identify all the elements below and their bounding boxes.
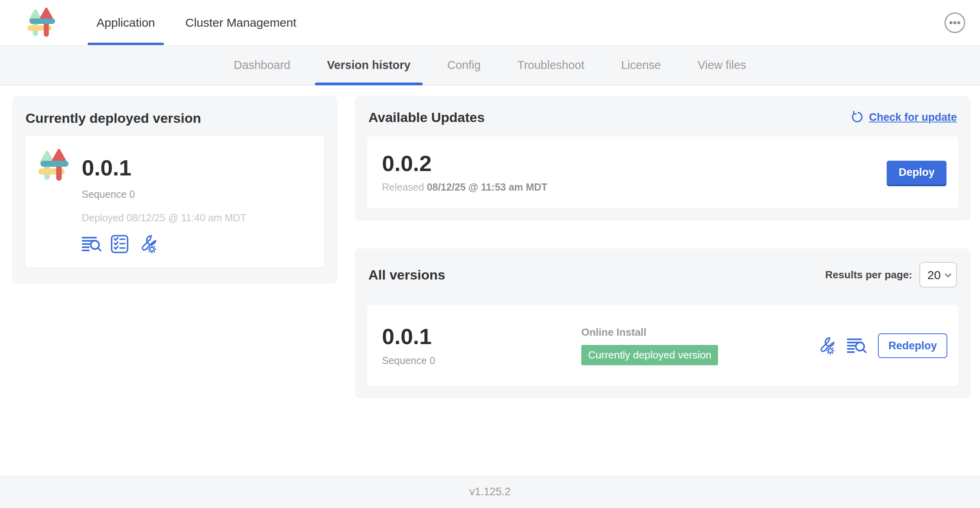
available-updates-title: Available Updates <box>368 110 485 125</box>
available-update-row: 0.0.2 Released 08/12/25 @ 11:53 am MDT D… <box>367 136 958 209</box>
currently-deployed-card: Currently deployed version 0.0.1 Sequenc… <box>12 96 338 284</box>
app-header: Application Cluster Management <box>0 0 980 45</box>
subnav-license[interactable]: License <box>603 45 679 85</box>
logs-icon[interactable] <box>82 236 102 252</box>
app-logo-icon <box>26 7 57 38</box>
deployed-timestamp: Deployed 08/12/25 @ 11:40 am MDT <box>82 212 246 224</box>
update-version-number: 0.0.2 <box>382 152 547 175</box>
results-per-page-select-wrap: 20 <box>919 262 957 287</box>
deployed-card-title: Currently deployed version <box>26 110 325 126</box>
subnav-view-files[interactable]: View files <box>679 45 765 85</box>
subnav-troubleshoot[interactable]: Troubleshoot <box>499 45 603 85</box>
tab-application[interactable]: Application <box>81 0 170 45</box>
currently-deployed-badge: Currently deployed version <box>581 345 718 365</box>
deploy-button[interactable]: Deploy <box>887 161 947 185</box>
tab-cluster-management[interactable]: Cluster Management <box>170 0 311 45</box>
deployed-action-icons <box>82 234 246 254</box>
refresh-icon <box>850 111 864 124</box>
app-logo-icon <box>37 148 70 256</box>
all-versions-title: All versions <box>368 267 445 283</box>
check-for-update-label: Check for update <box>869 111 957 124</box>
top-tabs: Application Cluster Management <box>81 0 311 45</box>
subnav-dashboard[interactable]: Dashboard <box>215 45 309 85</box>
results-per-page-label: Results per page: <box>825 269 912 281</box>
logs-icon[interactable] <box>847 337 867 354</box>
all-versions-card: All versions Results per page: 20 <box>355 248 970 398</box>
row-sequence: Sequence 0 <box>382 355 581 366</box>
available-updates-card: Available Updates Check for update 0.0.2 <box>355 96 970 221</box>
released-label: Released <box>382 181 424 193</box>
subnav-config[interactable]: Config <box>429 45 499 85</box>
released-date: 08/12/25 @ 11:53 am MDT <box>427 181 547 193</box>
row-install-type: Online Install <box>581 326 817 339</box>
main-content: Currently deployed version 0.0.1 Sequenc… <box>0 85 980 398</box>
results-per-page-select[interactable]: 20 <box>920 263 956 287</box>
subnav-version-history[interactable]: Version history <box>309 45 429 85</box>
ellipsis-menu-icon[interactable] <box>944 12 966 33</box>
deployed-version-number: 0.0.1 <box>82 156 246 180</box>
config-wrench-icon[interactable] <box>138 234 157 254</box>
right-column: Available Updates Check for update 0.0.2 <box>355 96 970 398</box>
redeploy-button[interactable]: Redeploy <box>878 333 947 358</box>
deployed-sequence: Sequence 0 <box>82 189 246 200</box>
check-for-update-link[interactable]: Check for update <box>850 111 957 124</box>
config-wrench-icon[interactable] <box>817 336 836 355</box>
console-version: v1.125.2 <box>469 486 511 498</box>
update-released-timestamp: Released 08/12/25 @ 11:53 am MDT <box>382 181 547 193</box>
app-footer: v1.125.2 <box>0 475 980 508</box>
version-row: 0.0.1 Sequence 0 Online Install Currentl… <box>367 305 958 386</box>
deployed-version-panel: 0.0.1 Sequence 0 Deployed 08/12/25 @ 11:… <box>26 136 325 268</box>
row-version-number: 0.0.1 <box>382 325 581 349</box>
app-subnav: Dashboard Version history Config Trouble… <box>0 45 980 85</box>
preflight-checklist-icon[interactable] <box>110 234 129 254</box>
